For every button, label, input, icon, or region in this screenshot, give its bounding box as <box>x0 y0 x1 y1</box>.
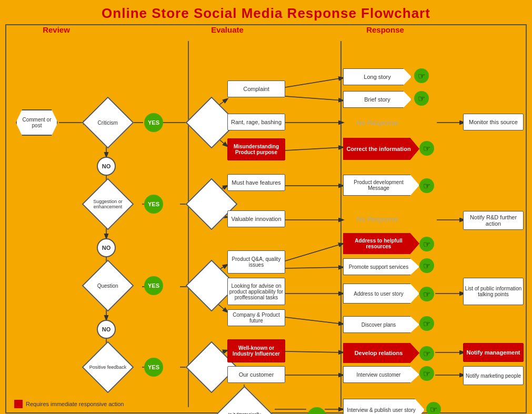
no-response-2: No Response <box>343 211 411 227</box>
valuable-box: Valuable innovation <box>227 210 285 227</box>
our-customer-box: Our customer <box>227 366 285 383</box>
notify-marketing-box: Notify marketing people <box>463 366 524 385</box>
criticism-diamond: Criticism <box>82 97 134 149</box>
interview-publish-response: Interview & publish user story <box>343 399 425 414</box>
criticism-no-circle: NO <box>97 157 116 176</box>
question-yes-circle: YES <box>144 276 163 295</box>
long-story-response: Long story <box>343 68 411 85</box>
promote-support-hand[interactable]: ☞ <box>419 258 434 273</box>
product-qa-box: Product Q&A, quality issues <box>227 250 285 274</box>
criticism-yes-circle: YES <box>144 113 163 132</box>
col-header-evaluate: Evaluate <box>180 25 275 34</box>
develop-relations-hand[interactable]: ☞ <box>419 346 434 361</box>
comment-post-node: Comment or post <box>16 109 58 136</box>
positive-yes-circle: YES <box>144 358 163 377</box>
svg-line-9 <box>285 147 343 150</box>
svg-line-6 <box>285 78 343 87</box>
flowchart-area: Review Evaluate Response <box>5 24 527 413</box>
suggestion-no-circle: NO <box>97 238 116 257</box>
suggestion-yes-circle: YES <box>144 195 163 214</box>
correct-info-hand[interactable]: ☞ <box>419 141 434 156</box>
product-dev-response: Product development Message <box>343 175 419 196</box>
address-user-response: Address to user story <box>343 284 419 304</box>
svg-line-38 <box>285 351 343 352</box>
complaint-box: Complaint <box>227 80 285 97</box>
discover-plans-response: Discover plans <box>343 316 419 333</box>
company-future-box: Company & Product future <box>227 309 285 326</box>
notify-management-box: Notify management <box>463 343 524 362</box>
svg-line-7 <box>285 96 343 100</box>
brief-story-hand[interactable]: ☞ <box>414 91 429 106</box>
main-container: Online Store Social Media Response Flowc… <box>0 0 532 414</box>
question-diamond: Question <box>82 260 134 312</box>
brief-story-response: Brief story <box>343 91 411 108</box>
discover-plans-hand[interactable]: ☞ <box>419 316 434 331</box>
address-user-hand[interactable]: ☞ <box>419 287 434 301</box>
promote-support-response: Promote support services <box>343 258 419 275</box>
strategic-diamond: Is it Strategically valuable User Story? <box>213 386 276 414</box>
rant-box: Rant, rage, bashing <box>227 114 285 130</box>
monitor-source-box: Monitor this source <box>463 114 524 130</box>
interview-publish-hand[interactable]: ☞ <box>426 402 441 414</box>
col-divider-2 <box>340 41 342 407</box>
col-header-response: Response <box>338 25 433 34</box>
notify-rd-box: Notify R&D further action <box>463 211 524 230</box>
must-have-box: Must have features <box>227 174 285 191</box>
page-title: Online Store Social Media Response Flowc… <box>0 0 532 24</box>
suggestion-diamond: Suggestion or enhancement <box>82 178 134 230</box>
interview-customer-hand[interactable]: ☞ <box>419 366 434 381</box>
list-public-box: List of public information talking point… <box>463 278 524 305</box>
col-divider-1 <box>188 41 189 407</box>
no-response-1: No Response <box>343 115 411 130</box>
col-header-review: Review <box>12 25 101 34</box>
address-helpful-response: Address to helpfull resources <box>343 233 419 254</box>
question-no-circle: NO <box>97 320 116 339</box>
misunderstanding-box: Misunderstanding Product purpose <box>227 138 285 160</box>
svg-line-27 <box>285 244 343 261</box>
well-known-box: Well-known or Industry Influencer <box>227 339 285 362</box>
develop-relations-response: Develop relations <box>343 343 419 363</box>
legend-icon <box>14 400 23 408</box>
correct-info-response: Correct the information <box>343 138 419 160</box>
svg-line-30 <box>285 317 343 324</box>
positive-diamond: Positive feedback <box>82 341 134 393</box>
long-story-hand[interactable]: ☞ <box>414 68 429 83</box>
product-dev-hand[interactable]: ☞ <box>419 178 434 193</box>
looking-advise-box: Looking for advise on product applicabil… <box>227 278 285 305</box>
address-helpful-hand[interactable]: ☞ <box>419 237 434 251</box>
strategic-yes-circle: YES <box>307 407 326 414</box>
svg-line-28 <box>285 267 343 268</box>
legend: Requires immediate responsive action <box>14 400 124 408</box>
interview-customer-response: Interview customer <box>343 366 419 383</box>
